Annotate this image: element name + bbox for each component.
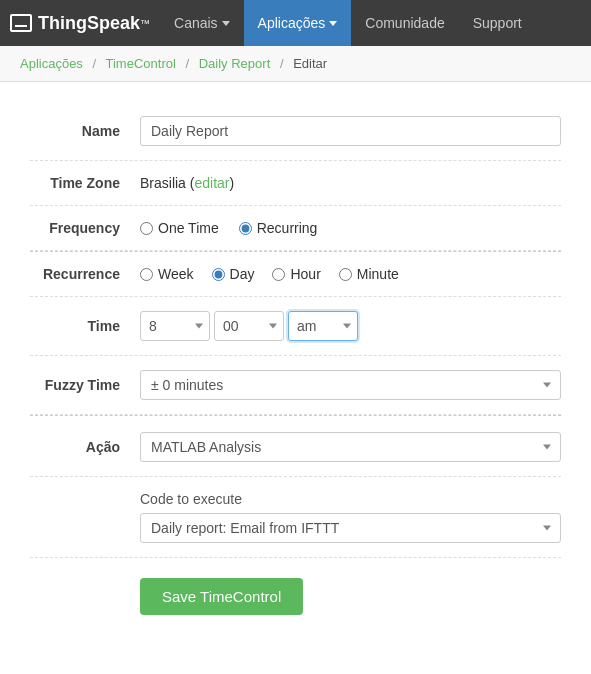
brand-name: ThingSpeak [38, 13, 140, 34]
logo-box-icon [10, 14, 32, 32]
rec-hour-label[interactable]: Hour [272, 266, 320, 282]
code-row: Code to execute Daily report: Email from… [30, 477, 561, 558]
name-row: Name [30, 102, 561, 161]
breadcrumb-sep-2: / [185, 56, 189, 71]
fuzzytime-row: Fuzzy Time ± 0 minutes ± 5 minutes ± 10 … [30, 356, 561, 415]
breadcrumb-aplicacoes[interactable]: Aplicações [20, 56, 83, 71]
breadcrumb-daily-report[interactable]: Daily Report [199, 56, 271, 71]
navbar: ThingSpeak™ Canais Aplicações Comunidade… [0, 0, 591, 46]
rec-hour-text: Hour [290, 266, 320, 282]
timezone-edit-link[interactable]: editar [194, 175, 229, 191]
rec-minute-label[interactable]: Minute [339, 266, 399, 282]
acao-control: MATLAB Analysis ThingHTTP Tweet TimeCont… [140, 432, 561, 462]
main-content: Name Time Zone Brasilia (editar) Frequen… [0, 82, 591, 645]
nav-comunidade[interactable]: Comunidade [351, 0, 458, 46]
name-label: Name [30, 123, 140, 139]
acao-row: Ação MATLAB Analysis ThingHTTP Tweet Tim… [30, 416, 561, 477]
save-row: Save TimeControl [30, 558, 561, 615]
time-min-wrapper: 00051015 20253035 40455055 [214, 311, 284, 341]
save-button[interactable]: Save TimeControl [140, 578, 303, 615]
time-control: 1234 5678 9101112 00051015 20253035 4045… [140, 311, 561, 341]
recurrence-control: Week Day Hour Minute [140, 266, 561, 282]
time-ampm-select[interactable]: ampm [288, 311, 358, 341]
code-label: Code to execute [140, 491, 561, 507]
frequency-control: One Time Recurring [140, 220, 561, 236]
time-label: Time [30, 318, 140, 334]
rec-day-radio[interactable] [212, 268, 225, 281]
rec-hour-radio[interactable] [272, 268, 285, 281]
frequency-radio-group: One Time Recurring [140, 220, 561, 236]
aplicacoes-caret-icon [329, 21, 337, 26]
freq-onetime-text: One Time [158, 220, 219, 236]
time-group: 1234 5678 9101112 00051015 20253035 4045… [140, 311, 561, 341]
code-select[interactable]: Daily report: Email from IFTTT [140, 513, 561, 543]
freq-recurring-text: Recurring [257, 220, 318, 236]
fuzzytime-select-wrapper: ± 0 minutes ± 5 minutes ± 10 minutes ± 1… [140, 370, 561, 400]
freq-onetime-label[interactable]: One Time [140, 220, 219, 236]
timezone-label: Time Zone [30, 175, 140, 191]
nav-aplicacoes[interactable]: Aplicações [244, 0, 352, 46]
breadcrumb-sep-1: / [93, 56, 97, 71]
name-input[interactable] [140, 116, 561, 146]
recurrence-radio-group: Week Day Hour Minute [140, 266, 561, 282]
time-hour-wrapper: 1234 5678 9101112 [140, 311, 210, 341]
frequency-row: Frequency One Time Recurring [30, 206, 561, 251]
trademark: ™ [140, 18, 150, 29]
time-hour-select[interactable]: 1234 5678 9101112 [140, 311, 210, 341]
timezone-row: Time Zone Brasilia (editar) [30, 161, 561, 206]
nav-support[interactable]: Support [459, 0, 536, 46]
breadcrumb: Aplicações / TimeControl / Daily Report … [0, 46, 591, 82]
fuzzytime-select[interactable]: ± 0 minutes ± 5 minutes ± 10 minutes ± 1… [140, 370, 561, 400]
name-control [140, 116, 561, 146]
rec-week-text: Week [158, 266, 194, 282]
nav-canais[interactable]: Canais [160, 0, 244, 46]
code-control: Code to execute Daily report: Email from… [140, 491, 561, 543]
rec-week-label[interactable]: Week [140, 266, 194, 282]
timezone-control: Brasilia (editar) [140, 175, 561, 191]
canais-caret-icon [222, 21, 230, 26]
nav-items: Canais Aplicações Comunidade Support [160, 0, 581, 46]
fuzzytime-label: Fuzzy Time [30, 377, 140, 393]
time-ampm-wrapper: ampm [288, 311, 358, 341]
code-select-wrapper: Daily report: Email from IFTTT [140, 513, 561, 543]
freq-recurring-radio[interactable] [239, 222, 252, 235]
frequency-label: Frequency [30, 220, 140, 236]
acao-select-wrapper: MATLAB Analysis ThingHTTP Tweet TimeCont… [140, 432, 561, 462]
freq-onetime-radio[interactable] [140, 222, 153, 235]
acao-select[interactable]: MATLAB Analysis ThingHTTP Tweet TimeCont… [140, 432, 561, 462]
recurrence-label: Recurrence [30, 266, 140, 282]
freq-recurring-label[interactable]: Recurring [239, 220, 318, 236]
rec-minute-text: Minute [357, 266, 399, 282]
rec-week-radio[interactable] [140, 268, 153, 281]
fuzzytime-control: ± 0 minutes ± 5 minutes ± 10 minutes ± 1… [140, 370, 561, 400]
time-row: Time 1234 5678 9101112 00051015 20253035… [30, 297, 561, 356]
breadcrumb-current: Editar [293, 56, 327, 71]
rec-day-label[interactable]: Day [212, 266, 255, 282]
rec-minute-radio[interactable] [339, 268, 352, 281]
breadcrumb-timecontrol[interactable]: TimeControl [106, 56, 176, 71]
timezone-value: Brasilia [140, 175, 186, 191]
brand-logo: ThingSpeak™ [10, 13, 150, 34]
time-min-select[interactable]: 00051015 20253035 40455055 [214, 311, 284, 341]
breadcrumb-sep-3: / [280, 56, 284, 71]
rec-day-text: Day [230, 266, 255, 282]
recurrence-row: Recurrence Week Day Hour Minute [30, 252, 561, 297]
acao-label: Ação [30, 439, 140, 455]
